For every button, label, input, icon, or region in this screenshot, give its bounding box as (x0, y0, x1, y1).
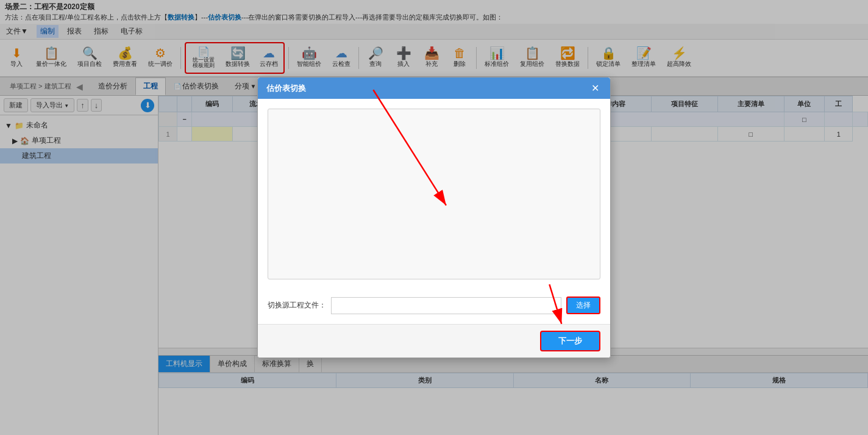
modal-estimate-switch: 估价表切换 ✕ 切换源工程文件： 选择 下一步 (257, 77, 611, 358)
modal-title: 估价表切换 (266, 83, 306, 94)
modal-file-label: 切换源工程文件： (268, 300, 326, 311)
modal-file-input[interactable] (331, 297, 561, 314)
modal-close-button[interactable]: ✕ (589, 82, 602, 94)
modal-overlay: 估价表切换 ✕ 切换源工程文件： 选择 下一步 (0, 0, 868, 435)
modal-file-row: 切换源工程文件： 选择 (268, 297, 600, 314)
modal-next-button[interactable]: 下一步 (540, 331, 600, 351)
modal-file-area (268, 109, 600, 279)
modal-header: 估价表切换 ✕ (258, 77, 610, 99)
modal-body: 切换源工程文件： 选择 (258, 99, 610, 324)
modal-footer: 下一步 (258, 324, 610, 358)
modal-select-button[interactable]: 选择 (566, 297, 600, 314)
